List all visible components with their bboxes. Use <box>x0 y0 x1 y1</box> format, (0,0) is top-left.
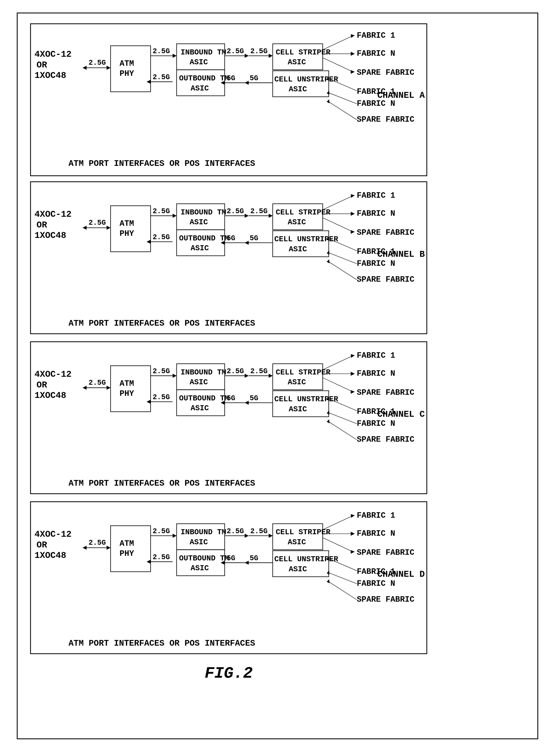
fig-label: FIG.2 <box>205 664 253 682</box>
svg-text:2.5G: 2.5G <box>153 527 170 535</box>
svg-text:2.5G: 2.5G <box>153 553 170 561</box>
svg-text:CELL STRIPER: CELL STRIPER <box>275 208 330 217</box>
svg-marker-188 <box>83 546 87 550</box>
svg-text:2.5G: 2.5G <box>153 73 170 81</box>
svg-line-236 <box>329 582 357 600</box>
svg-marker-213 <box>351 550 355 554</box>
svg-text:SPARE FABRIC: SPARE FABRIC <box>357 435 414 444</box>
svg-text:INBOUND TM: INBOUND TM <box>181 528 226 536</box>
svg-marker-174 <box>327 411 329 415</box>
port-label-a: 4XOC-12 <box>35 49 72 59</box>
outer-border: 4XOC-12 OR 1XOC48 2.5G ATM PHY 2.5G INBO… <box>17 12 538 739</box>
page: 4XOC-12 OR 1XOC48 2.5G ATM PHY 2.5G INBO… <box>0 0 555 756</box>
svg-text:5G: 5G <box>226 394 235 402</box>
svg-line-49 <box>329 79 357 91</box>
svg-marker-194 <box>173 534 177 538</box>
svg-text:2.5G: 2.5G <box>153 207 170 215</box>
svg-text:OUTBOUND TM: OUTBOUND TM <box>179 554 229 563</box>
svg-text:FABRIC 1: FABRIC 1 <box>357 191 395 200</box>
svg-text:ASIC: ASIC <box>191 84 209 93</box>
svg-text:2.5G: 2.5G <box>226 47 244 55</box>
svg-marker-176 <box>327 419 330 423</box>
svg-text:FABRIC N: FABRIC N <box>357 579 395 588</box>
svg-text:ATM: ATM <box>120 59 134 68</box>
svg-marker-28 <box>351 52 355 56</box>
svg-marker-187 <box>107 546 111 550</box>
svg-marker-157 <box>146 400 151 404</box>
svg-text:2.5G: 2.5G <box>153 367 170 375</box>
svg-marker-11 <box>173 54 177 58</box>
svg-marker-142 <box>269 374 273 378</box>
svg-text:5G: 5G <box>250 234 258 242</box>
svg-text:PHY: PHY <box>120 69 134 78</box>
svg-text:ASIC: ASIC <box>289 85 307 94</box>
svg-line-171 <box>329 399 357 411</box>
svg-text:SPARE FABRIC: SPARE FABRIC <box>357 68 414 77</box>
svg-text:CHANNEL B: CHANNEL B <box>377 249 425 259</box>
svg-text:OUTBOUND TM: OUTBOUND TM <box>179 234 229 243</box>
svg-text:4XOC-12: 4XOC-12 <box>35 209 72 220</box>
svg-text:ATM: ATM <box>120 539 134 548</box>
svg-line-53 <box>329 102 357 120</box>
svg-marker-20 <box>269 54 273 58</box>
svg-text:ASIC: ASIC <box>190 538 208 547</box>
svg-text:2.5G: 2.5G <box>226 527 244 535</box>
svg-text:ASIC: ASIC <box>190 218 208 227</box>
svg-marker-78 <box>245 214 249 218</box>
svg-text:2.5G: 2.5G <box>250 367 267 375</box>
svg-text:PHY: PHY <box>120 549 134 558</box>
svg-text:5G: 5G <box>250 74 258 82</box>
svg-text:ATM: ATM <box>120 379 134 388</box>
svg-rect-121 <box>31 342 427 494</box>
svg-marker-227 <box>245 561 249 565</box>
svg-text:ASIC: ASIC <box>288 538 306 547</box>
svg-marker-35 <box>146 80 151 84</box>
svg-text:OR: OR <box>37 60 47 70</box>
svg-text:ATM PORT INTERFACES OR POS INT: ATM PORT INTERFACES OR POS INTERFACES <box>69 159 255 169</box>
svg-line-234 <box>329 573 357 584</box>
svg-text:2.5G: 2.5G <box>89 538 106 547</box>
svg-line-151 <box>323 378 353 392</box>
svg-marker-81 <box>269 214 273 218</box>
svg-text:SPARE FABRIC: SPARE FABRIC <box>357 115 414 124</box>
svg-line-175 <box>329 422 357 440</box>
svg-line-90 <box>323 218 353 232</box>
svg-marker-211 <box>351 532 355 536</box>
svg-line-208 <box>323 516 353 530</box>
svg-text:CHANNEL D: CHANNEL D <box>377 569 425 579</box>
svg-text:ATM: ATM <box>120 219 134 228</box>
svg-marker-218 <box>146 560 151 564</box>
svg-text:FABRIC N: FABRIC N <box>357 49 395 58</box>
svg-text:2.5G: 2.5G <box>153 47 170 55</box>
svg-line-232 <box>329 559 357 571</box>
svg-text:ASIC: ASIC <box>190 58 208 66</box>
svg-text:ASIC: ASIC <box>289 565 307 574</box>
svg-text:ASIC: ASIC <box>289 245 307 253</box>
svg-text:ASIC: ASIC <box>191 564 209 573</box>
svg-text:FABRIC 1: FABRIC 1 <box>357 511 395 520</box>
svg-text:ATM PORT INTERFACES OR POS INT: ATM PORT INTERFACES OR POS INTERFACES <box>69 639 255 648</box>
svg-text:FABRIC 1: FABRIC 1 <box>357 351 395 360</box>
svg-line-51 <box>329 93 357 104</box>
svg-text:INBOUND TM: INBOUND TM <box>181 208 226 217</box>
svg-text:PHY: PHY <box>120 229 134 238</box>
svg-line-112 <box>329 253 357 264</box>
svg-text:5G: 5G <box>250 394 258 402</box>
svg-marker-52 <box>327 90 329 95</box>
svg-text:CELL STRIPER: CELL STRIPER <box>275 48 330 57</box>
svg-text:ASIC: ASIC <box>191 404 209 413</box>
svg-rect-182 <box>31 502 427 654</box>
svg-marker-105 <box>245 241 249 245</box>
svg-text:CELL STRIPER: CELL STRIPER <box>275 368 330 377</box>
svg-text:2.5G: 2.5G <box>226 367 244 375</box>
svg-marker-96 <box>146 240 151 244</box>
svg-marker-89 <box>351 212 355 216</box>
svg-text:SPARE FABRIC: SPARE FABRIC <box>357 388 414 397</box>
svg-text:ASIC: ASIC <box>191 244 209 252</box>
svg-marker-148 <box>351 354 355 358</box>
svg-text:2.5G: 2.5G <box>153 233 170 241</box>
svg-marker-209 <box>351 514 355 518</box>
svg-line-86 <box>323 196 353 210</box>
svg-text:ATM PORT INTERFACES OR POS INT: ATM PORT INTERFACES OR POS INTERFACES <box>69 319 255 328</box>
svg-marker-203 <box>269 534 273 538</box>
